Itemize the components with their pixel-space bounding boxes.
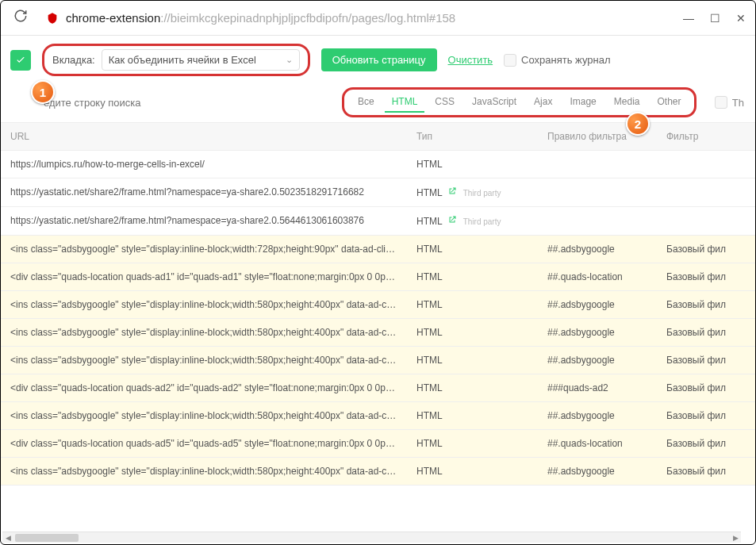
chevron-down-icon: ⌄ [286,55,293,65]
save-log-label: Сохранять журнал [521,54,610,66]
cell-type: HTML [407,458,538,485]
search-input[interactable] [44,92,313,113]
table-row[interactable]: https://yastatic.net/share2/frame.html?n… [1,178,755,207]
cell-type: HTML [407,319,538,346]
cell-rule: ##.adsbygoogle [538,319,657,346]
cell-rule: ##.quads-location [538,263,657,290]
scroll-left-arrow[interactable]: ◀ [2,532,13,543]
cell-filter [657,207,755,235]
cell-filter: Базовый фил [657,291,755,318]
table-row[interactable]: <ins class="adsbygoogle" style="display:… [1,458,755,486]
type-tab-media[interactable]: Media [607,92,647,113]
cell-url: https://yastatic.net/share2/frame.html?n… [1,178,407,206]
cell-rule: ###quads-ad2 [538,374,657,401]
cell-rule [538,151,657,178]
third-party-label: Third party [463,217,501,226]
cell-rule: ##.adsbygoogle [538,458,657,485]
annotation-badge-1: 1 [31,80,55,104]
cell-rule [538,178,657,206]
cell-rule: ##.adsbygoogle [538,402,657,429]
column-header-type[interactable]: Тип [407,123,538,150]
tab-dropdown-value: Как объединить ячейки в Excel [109,54,256,66]
external-link-icon [447,186,457,196]
type-tab-html[interactable]: HTML [385,92,425,113]
window-maximize[interactable]: ☐ [710,12,720,25]
tab-label: Вкладка: [52,54,95,66]
cell-rule: ##.adsbygoogle [538,236,657,263]
cell-type: HTMLThird party [407,207,538,235]
table-row[interactable]: <ins class="adsbygoogle" style="display:… [1,236,755,263]
save-log-checkbox[interactable] [504,54,516,67]
cell-url: <div class="quads-location quads-ad1" id… [1,263,407,290]
table-row[interactable]: <ins class="adsbygoogle" style="display:… [1,347,755,374]
horizontal-scrollbar[interactable]: ◀ ▶ [2,532,741,543]
table-row[interactable]: <div class="quads-location quads-ad1" id… [1,263,755,291]
cell-type: HTML [407,291,538,318]
cell-type: HTML [407,347,538,374]
cell-url: https://yastatic.net/share2/frame.html?n… [1,207,407,235]
url-protocol: chrome-extension [66,11,160,25]
cell-type: HTML [407,151,538,178]
type-tab-javascript[interactable]: JavaScript [465,92,524,113]
third-party-checkbox[interactable] [715,96,727,109]
cell-url: <ins class="adsbygoogle" style="display:… [1,402,407,429]
cell-url: <ins class="adsbygoogle" style="display:… [1,291,407,318]
cell-filter: Базовый фил [657,263,755,290]
table-row[interactable]: <ins class="adsbygoogle" style="display:… [1,291,755,319]
cell-rule: ##.adsbygoogle [538,291,657,318]
table-row[interactable]: <ins class="adsbygoogle" style="display:… [1,402,755,430]
cell-url: <ins class="adsbygoogle" style="display:… [1,236,407,263]
reload-button[interactable] [10,6,31,30]
tab-selector-group: Вкладка: Как объединить ячейки в Excel ⌄ [42,44,310,76]
site-icon [44,10,61,27]
type-tab-image[interactable]: Image [562,92,603,113]
cell-url: <ins class="adsbygoogle" style="display:… [1,458,407,485]
window-close[interactable]: ✕ [736,12,746,25]
url-separator: :// [160,11,171,25]
cell-filter: Базовый фил [657,430,755,457]
cell-url: https://lumpics.ru/how-to-merge-cells-in… [1,151,407,178]
table-row[interactable]: https://yastatic.net/share2/frame.html?n… [1,207,755,236]
type-tab-ajax[interactable]: Ajax [527,92,559,113]
column-header-filter[interactable]: Фильтр [657,123,755,150]
cell-rule: ##.quads-location [538,430,657,457]
cell-filter: Базовый фил [657,458,755,485]
scroll-right-arrow[interactable]: ▶ [730,532,741,543]
cell-filter: Базовый фил [657,319,755,346]
cell-filter [657,178,755,206]
refresh-page-button[interactable]: Обновить страницу [321,48,437,71]
adguard-shield-icon[interactable] [10,50,31,71]
cell-filter: Базовый фил [657,347,755,374]
url-path: bieimkcgkepinadnphjpljpcfbdipofn/pages/l… [171,11,455,25]
annotation-badge-2: 2 [626,112,650,136]
external-link-icon [447,215,457,225]
table-row[interactable]: <div class="quads-location quads-ad5" id… [1,430,755,458]
third-party-label: Third party [463,189,501,198]
cell-type: HTML [407,263,538,290]
address-bar[interactable]: chrome-extension :// bieimkcgkepinadnphj… [40,6,667,30]
table-row[interactable]: https://lumpics.ru/how-to-merge-cells-in… [1,151,755,178]
type-tab-css[interactable]: CSS [428,92,462,113]
cell-type: HTMLThird party [407,178,538,206]
cell-filter [657,151,755,178]
cell-url: <div class="quads-location quads-ad2" id… [1,374,407,401]
cell-rule: ##.adsbygoogle [538,347,657,374]
cell-type: HTML [407,402,538,429]
cell-rule [538,207,657,235]
cell-filter: Базовый фил [657,236,755,263]
column-header-url[interactable]: URL [1,123,407,150]
scroll-thumb[interactable] [15,534,79,542]
cell-type: HTML [407,374,538,401]
window-minimize[interactable]: — [683,12,694,25]
type-tab-other[interactable]: Other [650,92,688,113]
cell-type: HTML [407,236,538,263]
cell-url: <ins class="adsbygoogle" style="display:… [1,319,407,346]
cell-filter: Базовый фил [657,402,755,429]
type-tab-все[interactable]: Все [351,92,382,113]
clear-link[interactable]: Очистить [448,54,493,66]
log-table-body: https://lumpics.ru/how-to-merge-cells-in… [1,151,755,530]
table-row[interactable]: <ins class="adsbygoogle" style="display:… [1,319,755,347]
table-row[interactable]: <div class="quads-location quads-ad2" id… [1,374,755,402]
tab-dropdown[interactable]: Как объединить ячейки в Excel ⌄ [102,49,300,71]
cell-type: HTML [407,430,538,457]
